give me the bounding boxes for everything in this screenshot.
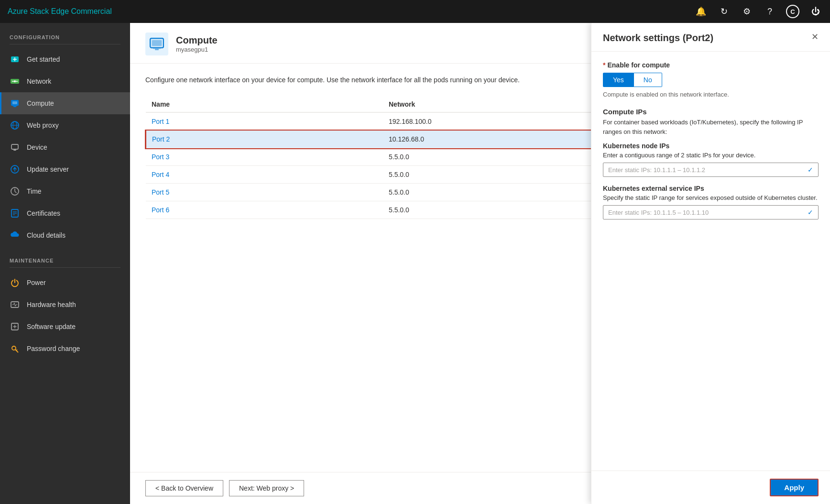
back-to-overview-button[interactable]: < Back to Overview xyxy=(145,480,223,496)
refresh-icon[interactable]: ↻ xyxy=(717,5,731,18)
gear-icon[interactable]: ⚙ xyxy=(740,5,754,18)
svg-rect-28 xyxy=(153,48,161,49)
svg-rect-6 xyxy=(12,101,17,104)
device-icon xyxy=(10,142,20,153)
enabled-hint: Compute is enabled on this network inter… xyxy=(603,91,819,98)
port-2-name: Port 2 xyxy=(146,131,383,148)
sidebar-label-get-started: Get started xyxy=(27,55,60,63)
sidebar-label-time: Time xyxy=(27,187,42,195)
side-panel-footer: Apply xyxy=(591,471,830,504)
page-header-icon xyxy=(145,33,168,55)
cert-icon xyxy=(10,208,20,219)
sidebar-item-time[interactable]: Time xyxy=(0,180,130,202)
svg-rect-12 xyxy=(11,144,18,149)
port-5-name: Port 5 xyxy=(146,184,383,201)
sidebar-item-web-proxy[interactable]: Web proxy xyxy=(0,114,130,136)
k8s-ext-placeholder: Enter static IPs: 10.1.1.5 – 10.1.1.10 xyxy=(608,209,808,216)
svg-rect-13 xyxy=(13,150,16,151)
config-divider xyxy=(10,44,120,44)
port-6-name: Port 6 xyxy=(146,201,383,219)
sidebar-label-software-update: Software update xyxy=(27,323,76,330)
page-subtitle: myasegpu1 xyxy=(176,46,218,53)
svg-point-22 xyxy=(12,346,16,350)
required-star: * xyxy=(603,61,605,69)
k8s-node-placeholder: Enter static IPs: 10.1.1.1 – 10.1.1.2 xyxy=(608,166,808,174)
svg-rect-7 xyxy=(13,106,16,107)
k8s-ext-check: ✓ xyxy=(808,208,813,216)
k8s-ext-input-wrapper[interactable]: Enter static IPs: 10.1.1.5 – 10.1.1.10 ✓ xyxy=(603,205,819,219)
side-panel-body: * Enable for compute Yes No Compute is e… xyxy=(591,52,830,471)
compute-ips-desc: For container based workloads (IoT/Kuber… xyxy=(603,118,819,136)
config-section-label: CONFIGURATION xyxy=(0,23,130,44)
k8s-ext-title: Kubernetes external service IPs xyxy=(603,185,819,192)
maintenance-section-label: MAINTENANCE xyxy=(0,246,130,267)
port-3-name: Port 3 xyxy=(146,148,383,166)
side-panel-header: Network settings (Port2) ✕ xyxy=(591,23,830,52)
topbar-icons: 🔔 ↻ ⚙ ? C ⏻ xyxy=(694,5,822,18)
software-update-icon xyxy=(10,321,20,332)
topbar: Azure Stack Edge Commercial 🔔 ↻ ⚙ ? C ⏻ xyxy=(0,0,830,23)
k8s-ext-desc: Specify the static IP range for services… xyxy=(603,194,819,201)
apply-button[interactable]: Apply xyxy=(770,479,819,496)
sidebar-label-device: Device xyxy=(27,143,47,151)
side-panel: Network settings (Port2) ✕ * Enable for … xyxy=(591,23,830,504)
sidebar-label-cloud-details: Cloud details xyxy=(27,231,66,239)
enable-compute-label: * Enable for compute xyxy=(603,61,819,69)
enable-compute-group: * Enable for compute Yes No Compute is e… xyxy=(603,61,819,98)
content-area: Compute myasegpu1 Configure one network … xyxy=(130,23,830,504)
sidebar-label-hardware-health: Hardware health xyxy=(27,301,76,308)
help-icon[interactable]: ? xyxy=(763,5,776,18)
k8s-node-check: ✓ xyxy=(808,166,813,174)
main-layout: CONFIGURATION Get started Network Comput… xyxy=(0,23,830,504)
page-header-text: Compute myasegpu1 xyxy=(176,35,218,53)
cloud-icon xyxy=(10,230,20,241)
sidebar-label-password-change: Password change xyxy=(27,345,80,352)
sidebar-item-update-server[interactable]: Update server xyxy=(0,158,130,180)
svg-point-2 xyxy=(14,80,16,82)
svg-rect-8 xyxy=(12,106,17,106)
compute-ips-group: Compute IPs For container based workload… xyxy=(603,108,819,219)
sidebar-label-network: Network xyxy=(27,77,51,85)
compute-icon xyxy=(10,98,20,109)
sidebar-item-network[interactable]: Network xyxy=(0,70,130,92)
network-icon xyxy=(10,76,20,87)
sidebar-item-cloud-details[interactable]: Cloud details xyxy=(0,224,130,246)
sidebar: CONFIGURATION Get started Network Comput… xyxy=(0,23,130,504)
app-title: Azure Stack Edge Commercial xyxy=(8,7,694,16)
sidebar-label-update-server: Update server xyxy=(27,165,69,173)
sidebar-item-hardware-health[interactable]: Hardware health xyxy=(0,294,130,316)
maintenance-divider xyxy=(10,267,120,268)
update-server-icon xyxy=(10,164,20,175)
side-panel-title: Network settings (Port2) xyxy=(603,33,713,44)
port-4-name: Port 4 xyxy=(146,166,383,184)
power-sidebar-icon xyxy=(10,277,20,288)
bell-icon[interactable]: 🔔 xyxy=(694,5,708,18)
sidebar-item-password-change[interactable]: Password change xyxy=(0,338,130,360)
compute-ips-title: Compute IPs xyxy=(603,108,819,116)
page-title: Compute xyxy=(176,35,218,46)
toggle-group: Yes No xyxy=(603,73,819,87)
clock-icon xyxy=(10,186,20,197)
sidebar-item-compute[interactable]: Compute xyxy=(0,92,130,114)
sidebar-item-power[interactable]: Power xyxy=(0,272,130,294)
sidebar-item-software-update[interactable]: Software update xyxy=(0,316,130,338)
sidebar-label-web-proxy: Web proxy xyxy=(27,121,59,129)
power-icon[interactable]: ⏻ xyxy=(809,5,822,18)
no-button[interactable]: No xyxy=(634,73,662,87)
sidebar-item-device[interactable]: Device xyxy=(0,136,130,158)
sidebar-item-certificates[interactable]: Certificates xyxy=(0,202,130,224)
yes-button[interactable]: Yes xyxy=(603,73,634,87)
k8s-node-title: Kubernetes node IPs xyxy=(603,142,819,150)
globe-icon xyxy=(10,120,20,131)
svg-rect-26 xyxy=(152,40,162,46)
close-button[interactable]: ✕ xyxy=(811,33,819,41)
get-started-icon xyxy=(10,54,20,65)
next-web-proxy-button[interactable]: Next: Web proxy > xyxy=(229,480,304,496)
hw-icon xyxy=(10,299,20,310)
sidebar-item-get-started[interactable]: Get started xyxy=(0,48,130,70)
port-1-name: Port 1 xyxy=(146,112,383,131)
sidebar-label-certificates: Certificates xyxy=(27,209,60,217)
col-name: Name xyxy=(146,97,383,112)
k8s-node-input-wrapper[interactable]: Enter static IPs: 10.1.1.1 – 10.1.1.2 ✓ xyxy=(603,163,819,177)
user-icon[interactable]: C xyxy=(786,5,799,18)
